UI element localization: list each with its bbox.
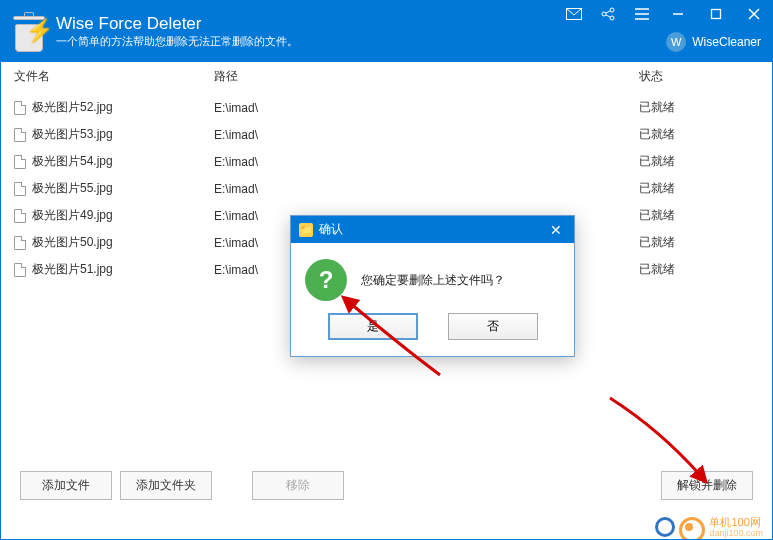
column-headers: 文件名 路径 状态 (0, 62, 773, 90)
app-subtitle: 一个简单的方法帮助您删除无法正常删除的文件。 (56, 34, 298, 49)
dialog-close-icon[interactable]: ✕ (546, 222, 566, 238)
table-row[interactable]: 极光图片53.jpgE:\imad\已就绪 (14, 121, 759, 148)
svg-point-3 (610, 16, 614, 20)
bottom-toolbar: 添加文件 添加文件夹 移除 解锁并删除 (0, 461, 773, 510)
file-icon (14, 182, 26, 196)
file-name: 极光图片53.jpg (32, 126, 113, 143)
watermark-text: 单机100网 (709, 516, 763, 528)
titlebar: ⚡ Wise Force Deleter 一个简单的方法帮助您删除无法正常删除的… (0, 0, 773, 62)
watermark-url: danji100.com (709, 528, 763, 538)
table-row[interactable]: 极光图片54.jpgE:\imad\已就绪 (14, 148, 759, 175)
table-row[interactable]: 极光图片52.jpgE:\imad\已就绪 (14, 94, 759, 121)
col-status-header[interactable]: 状态 (639, 68, 759, 85)
question-icon: ? (305, 259, 347, 301)
watermark-eye-icon (679, 517, 705, 537)
dialog-title: 确认 (319, 221, 343, 238)
file-name: 极光图片50.jpg (32, 234, 113, 251)
file-icon (14, 263, 26, 277)
confirm-dialog: 📁 确认 ✕ ? 您确定要删除上述文件吗？ 是 否 (290, 215, 575, 357)
file-name: 极光图片49.jpg (32, 207, 113, 224)
watermark: 单机100网 danji100.com (655, 516, 763, 538)
dialog-message: 您确定要删除上述文件吗？ (361, 272, 505, 289)
file-status: 已就绪 (639, 207, 759, 224)
share-icon[interactable] (591, 0, 625, 28)
file-icon (14, 155, 26, 169)
col-name-header[interactable]: 文件名 (14, 68, 214, 85)
file-icon (14, 101, 26, 115)
maximize-button[interactable] (697, 0, 735, 28)
close-button[interactable] (735, 0, 773, 28)
table-row[interactable]: 极光图片55.jpgE:\imad\已就绪 (14, 175, 759, 202)
bolt-icon: ⚡ (26, 18, 53, 44)
file-name: 极光图片55.jpg (32, 180, 113, 197)
svg-point-1 (610, 8, 614, 12)
brand-label: WiseCleaner (692, 35, 761, 49)
dialog-titlebar[interactable]: 📁 确认 ✕ (291, 216, 574, 243)
add-file-button[interactable]: 添加文件 (20, 471, 112, 500)
file-icon (14, 209, 26, 223)
file-status: 已就绪 (639, 180, 759, 197)
app-icon: ⚡ (10, 10, 48, 52)
file-path: E:\imad\ (214, 128, 639, 142)
file-name: 极光图片51.jpg (32, 261, 113, 278)
unlock-delete-button[interactable]: 解锁并删除 (661, 471, 753, 500)
mail-icon[interactable] (557, 0, 591, 28)
minimize-button[interactable] (659, 0, 697, 28)
dialog-no-button[interactable]: 否 (448, 313, 538, 340)
watermark-ring-icon (655, 517, 675, 537)
file-status: 已就绪 (639, 126, 759, 143)
file-status: 已就绪 (639, 234, 759, 251)
file-status: 已就绪 (639, 261, 759, 278)
file-path: E:\imad\ (214, 155, 639, 169)
file-status: 已就绪 (639, 99, 759, 116)
app-title: Wise Force Deleter (56, 14, 298, 34)
file-name: 极光图片54.jpg (32, 153, 113, 170)
file-name: 极光图片52.jpg (32, 99, 113, 116)
svg-rect-4 (712, 10, 721, 19)
brand[interactable]: W WiseCleaner (654, 28, 773, 58)
menu-icon[interactable] (625, 0, 659, 28)
file-icon (14, 236, 26, 250)
col-path-header[interactable]: 路径 (214, 68, 639, 85)
title-text: Wise Force Deleter 一个简单的方法帮助您删除无法正常删除的文件… (56, 14, 298, 49)
dialog-icon: 📁 (299, 223, 313, 237)
brand-badge-icon: W (666, 32, 686, 52)
file-status: 已就绪 (639, 153, 759, 170)
file-path: E:\imad\ (214, 101, 639, 115)
file-icon (14, 128, 26, 142)
window-controls (557, 0, 773, 28)
add-folder-button[interactable]: 添加文件夹 (120, 471, 212, 500)
file-path: E:\imad\ (214, 182, 639, 196)
remove-button[interactable]: 移除 (252, 471, 344, 500)
dialog-yes-button[interactable]: 是 (328, 313, 418, 340)
svg-point-2 (602, 12, 606, 16)
